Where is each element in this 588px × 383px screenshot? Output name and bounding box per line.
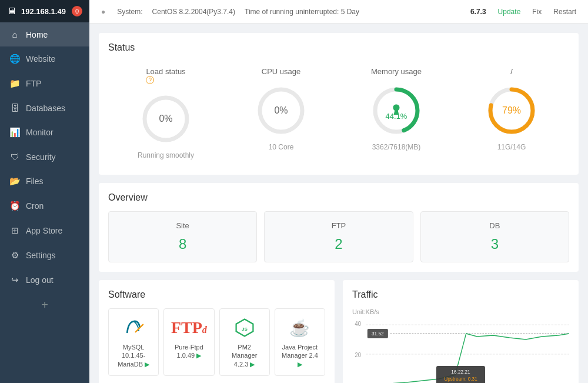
sidebar-label-website: Website <box>26 54 55 64</box>
status-item-3: / 79% 11G/14G <box>454 61 569 165</box>
traffic-unit: Unit:KB/s <box>352 308 569 315</box>
chart-area: 40 20 31.52 <box>352 319 569 383</box>
donut-3: 79% <box>485 84 538 137</box>
server-ip: 192.168.1.49 <box>21 7 66 16</box>
status-item-0: Load status ? 0% Running smoothly <box>108 61 223 165</box>
overview-item-0[interactable]: Site 8 <box>108 211 257 262</box>
software-item-3[interactable]: ☕ Java Project Manager 2.4 ▶ <box>275 308 325 376</box>
software-icon-2: JS <box>234 316 255 339</box>
status-label-2: Memory usage <box>371 67 422 76</box>
sidebar-item-files[interactable]: 📂 Files <box>0 169 89 194</box>
status-label-1: CPU usage <box>262 67 300 76</box>
status-sublabel-0: Running smoothly <box>138 151 194 159</box>
sidebar-item-home[interactable]: ⌂ Home <box>0 22 89 46</box>
overview-label-1: FTP <box>274 221 403 230</box>
software-name-1: Pure-Ftpd 1.0.49 ▶ <box>169 343 209 360</box>
content-area: Status Load status ? 0% Running smoothly… <box>89 24 588 383</box>
software-grid: MySQL 10.1.45-MariaDB ▶ FTPd Pure-Ftpd 1… <box>108 308 325 376</box>
software-item-1[interactable]: FTPd Pure-Ftpd 1.0.49 ▶ <box>163 308 214 376</box>
software-card: Software MySQL 10.1.45-MariaDB ▶ FTPd Pu… <box>99 280 335 383</box>
sidebar-label-ftp: FTP <box>26 79 41 88</box>
sidebar: 🖥 192.168.1.49 0 ⌂ Home🌐 Website📁 FTP🗄 D… <box>0 0 89 383</box>
status-sublabel-3: 11G/14G <box>497 143 526 151</box>
sidebar-label-monitor: Monitor <box>26 128 54 137</box>
overview-value-0: 8 <box>118 236 247 252</box>
sidebar-item-databases[interactable]: 🗄 Databases <box>0 96 89 120</box>
status-title: Status <box>108 42 569 53</box>
status-grid: Load status ? 0% Running smoothly CPU us… <box>108 61 569 165</box>
dot-icon: ● <box>101 8 105 16</box>
overview-item-1[interactable]: FTP 2 <box>264 211 413 262</box>
databases-icon: 🗄 <box>9 103 20 113</box>
status-card: Status Load status ? 0% Running smoothly… <box>99 33 579 175</box>
system-info: System: CentOS 8.2.2004(Py3.7.4) Time of… <box>117 8 459 16</box>
topbar: ● System: CentOS 8.2.2004(Py3.7.4) Time … <box>89 0 588 24</box>
overview-grid: Site 8 FTP 2 DB 3 <box>108 211 569 262</box>
sidebar-item-settings[interactable]: ⚙ Settings <box>0 243 89 268</box>
sidebar-item-ftp[interactable]: 📁 FTP <box>0 71 89 96</box>
main-content: ● System: CentOS 8.2.2004(Py3.7.4) Time … <box>89 0 588 383</box>
overview-label-0: Site <box>118 221 247 230</box>
status-sublabel-1: 10 Core <box>269 143 294 151</box>
nav-menu: ⌂ Home🌐 Website📁 FTP🗄 Databases📊 Monitor… <box>0 22 89 292</box>
sidebar-item-website[interactable]: 🌐 Website <box>0 46 89 71</box>
files-icon: 📂 <box>9 176 20 186</box>
help-icon-0[interactable]: ? <box>146 76 154 84</box>
home-icon: ⌂ <box>9 29 20 39</box>
fix-button[interactable]: Fix <box>532 8 542 16</box>
sidebar-label-cron: Cron <box>26 201 44 211</box>
sidebar-item-appstore[interactable]: ⊞ App Store <box>0 218 89 243</box>
bottom-row: Software MySQL 10.1.45-MariaDB ▶ FTPd Pu… <box>99 280 579 383</box>
sidebar-item-monitor[interactable]: 📊 Monitor <box>0 120 89 145</box>
software-title: Software <box>108 289 325 300</box>
svg-text:Upstream: 0.31: Upstream: 0.31 <box>444 376 477 382</box>
sidebar-item-security[interactable]: 🛡 Security <box>0 145 89 169</box>
traffic-title: Traffic <box>352 289 569 300</box>
appstore-icon: ⊞ <box>9 225 20 236</box>
security-icon: 🛡 <box>9 152 20 162</box>
traffic-chart: 40 20 31.52 <box>352 319 569 383</box>
sidebar-label-settings: Settings <box>26 251 56 260</box>
svg-text:20: 20 <box>355 352 361 358</box>
status-label-3: / <box>510 67 513 76</box>
ftp-icon: 📁 <box>9 78 20 89</box>
cron-icon: ⏰ <box>9 201 20 211</box>
svg-text:40: 40 <box>355 321 361 327</box>
sidebar-label-databases: Databases <box>26 104 65 113</box>
notification-badge: 0 <box>72 6 82 16</box>
sidebar-label-logout: Log out <box>26 275 54 285</box>
overview-value-1: 2 <box>274 236 403 252</box>
software-icon-0 <box>123 316 144 339</box>
restart-button[interactable]: Restart <box>553 8 576 16</box>
sidebar-label-appstore: App Store <box>26 226 62 235</box>
system-value: CentOS 8.2.2004(Py3.7.4) <box>152 8 235 16</box>
sidebar-item-logout[interactable]: ↪ Log out <box>0 268 89 292</box>
uptime-label: Time of running uninterrupted: 5 Day <box>245 8 359 16</box>
software-item-2[interactable]: JS PM2 Manager 4.2.3 ▶ <box>219 308 270 376</box>
software-item-0[interactable]: MySQL 10.1.45-MariaDB ▶ <box>108 308 159 376</box>
overview-title: Overview <box>108 192 569 203</box>
donut-1: 0% <box>255 84 308 137</box>
sidebar-label-security: Security <box>26 152 56 162</box>
website-icon: 🌐 <box>9 54 20 64</box>
overview-label-2: DB <box>430 221 559 230</box>
add-button[interactable]: + <box>0 292 89 318</box>
status-sublabel-2: 3362/7618(MB) <box>372 143 421 151</box>
donut-2: 44.1% <box>370 84 423 137</box>
sidebar-label-files: Files <box>26 176 44 186</box>
system-label: System: <box>117 8 142 16</box>
update-button[interactable]: Update <box>498 8 521 16</box>
sidebar-item-cron[interactable]: ⏰ Cron <box>0 194 89 218</box>
sidebar-header: 🖥 192.168.1.49 0 <box>0 0 89 22</box>
sidebar-label-home: Home <box>26 30 48 39</box>
overview-card: Overview Site 8 FTP 2 DB 3 <box>99 183 579 272</box>
software-name-0: MySQL 10.1.45-MariaDB ▶ <box>113 343 153 368</box>
monitor-icon: 📊 <box>9 127 20 138</box>
svg-text:16:22:21: 16:22:21 <box>451 369 470 375</box>
settings-icon: ⚙ <box>9 250 20 261</box>
status-item-1: CPU usage 0% 10 Core <box>223 61 339 165</box>
software-icon-3: ☕ <box>289 316 310 339</box>
overview-item-2[interactable]: DB 3 <box>420 211 569 262</box>
donut-0: 0% <box>139 92 192 145</box>
overview-value-2: 3 <box>430 236 559 252</box>
